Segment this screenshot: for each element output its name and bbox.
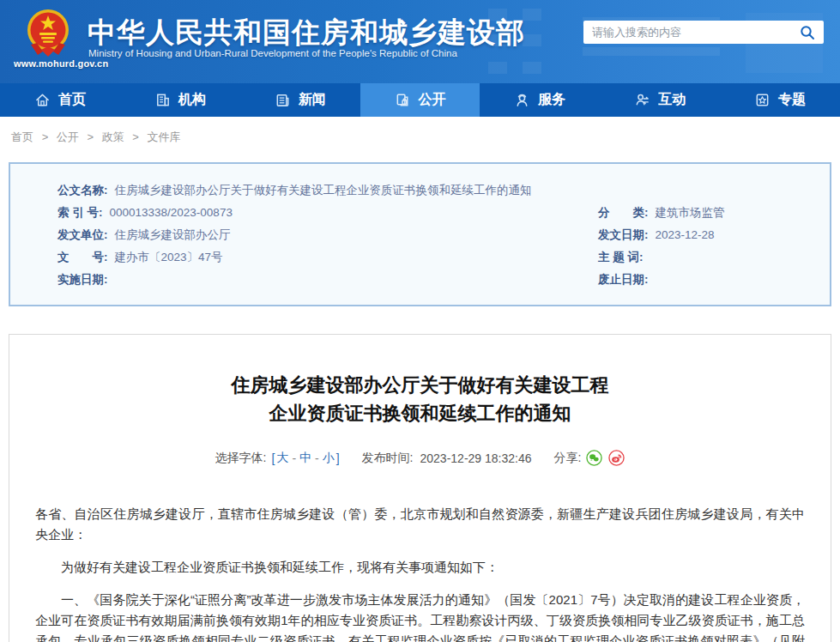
font-size-large-button[interactable]: 大: [276, 451, 288, 466]
font-select-label: 选择字体:: [215, 451, 267, 466]
site-title: 中华人民共和国住房和城乡建设部: [88, 14, 525, 52]
nav-item-disclosure[interactable]: 公开: [360, 83, 480, 117]
meta-document-number: 文 号: 建办市〔2023〕47号: [10, 246, 589, 269]
article-title-line1: 住房城乡建设部办公厅关于做好有关建设工程: [35, 371, 805, 399]
meta-subject-words: 主 题 词:: [589, 246, 830, 269]
disclosure-icon: [395, 92, 411, 108]
meta-label: 废止日期:: [598, 269, 649, 291]
meta-value: 建办市〔2023〕47号: [115, 246, 223, 269]
nav-item-topics[interactable]: 专题: [720, 83, 840, 117]
nav-label: 公开: [419, 91, 446, 109]
breadcrumb-separator: >: [87, 130, 94, 143]
weibo-share-icon[interactable]: [608, 450, 625, 466]
meta-repeal-date: 废止日期:: [589, 269, 830, 291]
home-icon: [34, 92, 51, 108]
national-emblem-icon: [26, 7, 70, 58]
article-title: 住房城乡建设部办公厅关于做好有关建设工程 企业资质证书换领和延续工作的通知: [35, 371, 805, 427]
nav-item-services[interactable]: 服务: [480, 83, 600, 117]
publish-time-label: 发布时间:: [362, 451, 414, 466]
article-meta-row: 选择字体: [ 大 - 中 - 小 ] 发布时间: 2023-12-29 18:…: [35, 450, 805, 466]
nav-label: 首页: [58, 91, 86, 109]
article-paragraph: 各省、自治区住房城乡建设厅，直辖市住房城乡建设（管）委，北京市规划和自然资源委，…: [35, 504, 805, 545]
meta-value: 2023-12-28: [656, 224, 715, 246]
breadcrumb-policy[interactable]: 政策: [102, 130, 124, 143]
font-bracket-close: ]: [336, 451, 340, 465]
interaction-icon: [634, 92, 650, 108]
meta-value: 住房城乡建设部办公厅: [115, 224, 231, 246]
meta-label: 实施日期:: [57, 269, 108, 291]
meta-value: 住房城乡建设部办公厅关于做好有关建设工程企业资质证书换领和延续工作的通知: [115, 179, 532, 202]
font-bracket-open: [: [271, 451, 275, 465]
publish-time-value: 2023-12-29 18:32:46: [420, 451, 532, 465]
article-title-line2: 企业资质证书换领和延续工作的通知: [35, 399, 805, 427]
nav-item-organization[interactable]: 机构: [120, 83, 240, 117]
meta-label: 发文日期:: [598, 224, 649, 246]
breadcrumb-library[interactable]: 文件库: [148, 130, 181, 143]
meta-value: 000013338/2023-00873: [110, 202, 233, 224]
search-button[interactable]: [791, 21, 824, 44]
nav-item-news[interactable]: 新闻: [240, 83, 360, 117]
nav-label: 机构: [178, 91, 206, 109]
nav-item-home[interactable]: 首页: [0, 83, 120, 117]
meta-label: 索 引 号:: [57, 202, 103, 224]
font-size-small-button[interactable]: 小: [323, 451, 335, 466]
breadcrumb-disclosure[interactable]: 公开: [57, 130, 79, 143]
nav-label: 新闻: [299, 91, 326, 109]
meta-label: 发文单位:: [57, 224, 108, 246]
font-size-medium-button[interactable]: 中: [299, 451, 311, 466]
nav-label: 互动: [658, 91, 686, 109]
meta-label: 公文名称:: [57, 179, 108, 202]
nav-label: 专题: [778, 91, 806, 109]
meta-effective-date: 实施日期:: [10, 269, 589, 291]
article-panel: 住房城乡建设部办公厅关于做好有关建设工程 企业资质证书换领和延续工作的通知 选择…: [9, 334, 831, 642]
main-nav: 首页 机构 新闻 公开: [0, 83, 840, 117]
document-meta-box: 公文名称: 住房城乡建设部办公厅关于做好有关建设工程企业资质证书换领和延续工作的…: [9, 162, 831, 306]
article-paragraph: 为做好有关建设工程企业资质证书换领和延续工作，现将有关事项通知如下：: [35, 557, 805, 578]
breadcrumb: 首页 > 公开 > 政策 > 文件库: [0, 117, 840, 150]
site-url: www.mohurd.gov.cn: [14, 58, 108, 69]
article-body: 各省、自治区住房城乡建设厅，直辖市住房城乡建设（管）委，北京市规划和自然资源委，…: [35, 504, 805, 642]
meta-issuing-unit: 发文单位: 住房城乡建设部办公厅: [10, 224, 589, 246]
meta-category: 分 类: 建筑市场监管: [589, 202, 830, 224]
wechat-share-icon[interactable]: [586, 450, 602, 466]
star-badge-icon: [754, 92, 771, 108]
service-person-icon: [514, 92, 530, 108]
meta-issue-date: 发文日期: 2023-12-28: [589, 224, 830, 246]
site-header: www.mohurd.gov.cn 中华人民共和国住房和城乡建设部 Minist…: [0, 0, 840, 83]
breadcrumb-separator: >: [42, 130, 49, 143]
breadcrumb-home[interactable]: 首页: [11, 130, 33, 143]
search-input[interactable]: [583, 26, 791, 39]
meta-label: 分 类:: [598, 202, 649, 224]
article-paragraph: 一、《国务院关于深化“证照分离”改革进一步激发市场主体发展活力的通知》（国发〔2…: [35, 590, 805, 642]
breadcrumb-separator: >: [132, 130, 139, 143]
font-size-dash: -: [315, 451, 319, 465]
site-title-english: Ministry of Housing and Urban-Rural Deve…: [88, 48, 457, 58]
meta-label: 主 题 词:: [598, 246, 644, 269]
search-box: [583, 21, 824, 44]
building-icon: [154, 92, 171, 108]
meta-label: 文 号:: [57, 246, 108, 269]
nav-item-interaction[interactable]: 互动: [600, 83, 720, 117]
meta-value: 建筑市场监管: [656, 202, 725, 224]
news-icon: [275, 92, 291, 108]
font-size-dash: -: [292, 451, 296, 465]
meta-document-name: 公文名称: 住房城乡建设部办公厅关于做好有关建设工程企业资质证书换领和延续工作的…: [10, 179, 830, 202]
share-label: 分享:: [554, 451, 582, 466]
meta-index-number: 索 引 号: 000013338/2023-00873: [10, 202, 589, 224]
nav-label: 服务: [538, 91, 565, 109]
search-icon: [800, 25, 815, 40]
